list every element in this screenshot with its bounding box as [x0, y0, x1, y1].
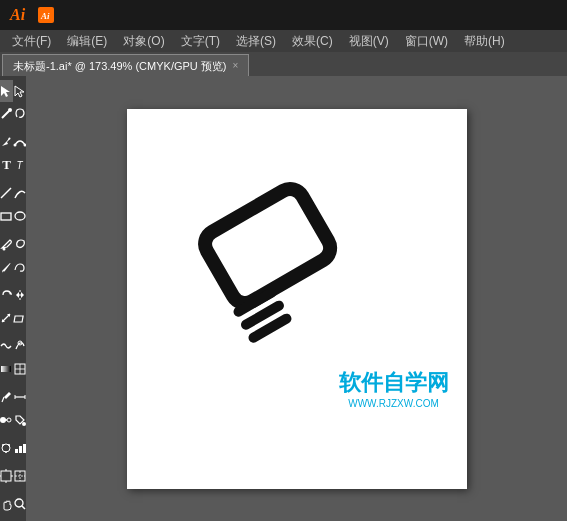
menu-edit[interactable]: 编辑(E) — [59, 30, 115, 52]
shear-icon — [13, 311, 27, 325]
pencil-tool[interactable] — [0, 256, 13, 278]
blob-brush-tool[interactable] — [13, 233, 27, 255]
watermark: 软件自学网 WWW.RJZXW.COM — [339, 368, 449, 409]
line-group — [0, 182, 26, 204]
line-segment-tool[interactable] — [0, 182, 13, 204]
column-graph-icon — [13, 441, 27, 455]
mesh-tool[interactable] — [13, 358, 27, 380]
artboard-slice-group — [0, 465, 26, 487]
type-group: T T — [0, 154, 26, 176]
svg-rect-21 — [14, 316, 23, 322]
menu-help[interactable]: 帮助(H) — [456, 30, 513, 52]
menu-object[interactable]: 对象(O) — [115, 30, 172, 52]
slice-tool[interactable] — [13, 465, 27, 487]
menu-effect[interactable]: 效果(C) — [284, 30, 341, 52]
magic-wand-tool[interactable] — [0, 103, 13, 125]
svg-marker-2 — [1, 86, 10, 97]
symbol-sprayer-tool[interactable] — [0, 437, 13, 459]
gradient-group — [0, 358, 26, 380]
rotate-tool[interactable] — [0, 284, 13, 306]
curvature-tool[interactable] — [13, 131, 27, 153]
scale-tool[interactable] — [0, 307, 13, 329]
rotate-icon — [0, 288, 13, 302]
menu-view[interactable]: 视图(V) — [341, 30, 397, 52]
illustrator-icon: Ai — [37, 6, 55, 24]
reflect-tool[interactable] — [13, 284, 27, 306]
tab-close-button[interactable]: × — [233, 55, 239, 77]
pen-tool[interactable] — [0, 131, 13, 153]
menu-type[interactable]: 文字(T) — [173, 30, 228, 52]
measure-icon — [13, 390, 27, 404]
reflect-icon — [13, 288, 27, 302]
svg-point-11 — [15, 212, 25, 220]
hand-icon — [0, 497, 13, 511]
paintbrush-tool[interactable] — [0, 233, 13, 255]
rectangle-icon — [0, 209, 13, 223]
line-segment-icon — [0, 186, 13, 200]
symbol-sprayer-icon — [0, 441, 13, 455]
svg-rect-10 — [1, 213, 11, 220]
paint-bucket-icon — [13, 413, 27, 427]
menu-file[interactable]: 文件(F) — [4, 30, 59, 52]
type-icon: T — [2, 157, 11, 173]
svg-point-6 — [9, 138, 11, 140]
symbol-graph-group — [0, 437, 26, 459]
type-tool[interactable]: T — [0, 154, 13, 176]
arc-tool[interactable] — [13, 182, 27, 204]
svg-point-51 — [15, 499, 23, 507]
measure-tool[interactable] — [13, 386, 27, 408]
svg-point-37 — [2, 444, 4, 446]
reshape-icon — [13, 339, 27, 353]
blend-tool[interactable] — [0, 409, 13, 431]
magic-wand-icon — [0, 107, 13, 121]
lasso-icon — [13, 107, 27, 121]
eyedropper-group — [0, 386, 26, 408]
warp-group — [0, 335, 26, 357]
active-tab[interactable]: 未标题-1.ai* @ 173.49% (CMYK/GPU 预览) × — [2, 54, 249, 76]
lasso-tool[interactable] — [13, 103, 27, 125]
gradient-tool[interactable] — [0, 358, 13, 380]
menu-select[interactable]: 选择(S) — [228, 30, 284, 52]
ellipse-tool[interactable] — [13, 205, 27, 227]
direct-selection-tool[interactable] — [13, 80, 27, 102]
rectangle-tool[interactable] — [0, 205, 13, 227]
ai-logo: Ai — [6, 4, 29, 26]
pencil-icon — [0, 260, 13, 274]
touch-type-tool[interactable]: T — [13, 154, 26, 176]
svg-line-9 — [1, 188, 11, 198]
zoom-tool[interactable] — [13, 493, 27, 515]
shaper-icon — [13, 260, 27, 274]
shear-tool[interactable] — [13, 307, 27, 329]
blob-brush-icon — [13, 237, 27, 251]
logo-graphic — [192, 172, 372, 372]
svg-rect-41 — [19, 446, 22, 453]
curvature-icon — [13, 135, 27, 149]
ellipse-icon — [13, 209, 27, 223]
reshape-tool[interactable] — [13, 335, 27, 357]
watermark-url: WWW.RJZXW.COM — [339, 398, 449, 409]
menu-window[interactable]: 窗口(W) — [397, 30, 456, 52]
selection-tool[interactable] — [0, 80, 13, 102]
svg-point-5 — [8, 108, 12, 112]
title-bar: Ai Ai — [0, 0, 567, 30]
hand-tool[interactable] — [0, 493, 13, 515]
eyedropper-icon — [0, 390, 13, 404]
artboard-tool[interactable] — [0, 465, 13, 487]
shaper-tool[interactable] — [13, 256, 27, 278]
column-graph-tool[interactable] — [13, 437, 27, 459]
eyedropper-tool[interactable] — [0, 386, 13, 408]
slice-icon — [13, 469, 27, 483]
magic-lasso-group — [0, 103, 26, 125]
tab-bar: 未标题-1.ai* @ 173.49% (CMYK/GPU 预览) × — [0, 52, 567, 76]
paint-bucket-tool[interactable] — [13, 409, 27, 431]
hand-zoom-group — [0, 493, 26, 515]
shape-group — [0, 205, 26, 227]
svg-point-38 — [8, 444, 10, 446]
svg-rect-43 — [1, 471, 11, 481]
warp-tool[interactable] — [0, 335, 13, 357]
svg-line-52 — [22, 506, 25, 509]
blend-icon — [0, 413, 13, 427]
svg-point-7 — [14, 144, 17, 147]
svg-marker-16 — [16, 292, 19, 298]
tab-label: 未标题-1.ai* @ 173.49% (CMYK/GPU 预览) — [13, 55, 227, 77]
